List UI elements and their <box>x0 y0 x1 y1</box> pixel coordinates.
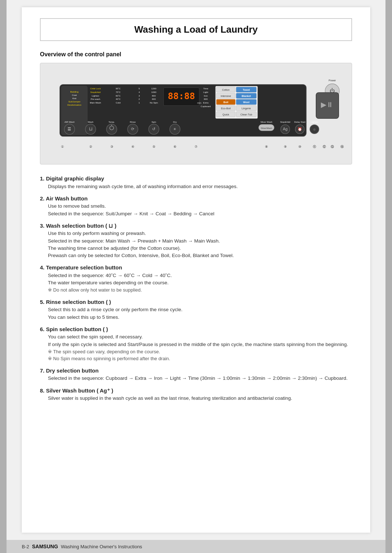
svg-text:Cold: Cold <box>116 101 121 104</box>
svg-text:Iron: Iron <box>204 94 208 97</box>
svg-text:600: 600 <box>204 98 208 100</box>
svg-text:95˚C: 95˚C <box>116 87 121 90</box>
svg-text:Blanket: Blanket <box>242 95 251 98</box>
list-item-6: 6. Spin selection button ( ) You can sel… <box>40 325 352 362</box>
list-item-7: 7. Dry selection button Selected in the … <box>40 367 352 382</box>
page-title: Washing a Load of Laundry <box>48 24 344 35</box>
svg-text:Lighten: Lighten <box>311 121 318 123</box>
svg-text:☰: ☰ <box>68 127 71 131</box>
svg-text:▶⏸: ▶⏸ <box>321 101 334 109</box>
svg-text:AIR Wash: AIR Wash <box>64 121 75 123</box>
svg-text:Suit/Jumper: Suit/Jumper <box>68 100 80 103</box>
svg-text:⑦: ⑦ <box>195 145 197 149</box>
svg-text:Deodorisation: Deodorisation <box>68 103 82 106</box>
svg-text:Pre wash: Pre wash <box>91 98 101 100</box>
svg-text:⑭: ⑭ <box>340 145 344 149</box>
svg-text:⑪: ⑪ <box>313 145 316 149</box>
list-item-8: 8. Silver Wash button ( Ag⁺ ) Silver wat… <box>40 387 352 402</box>
footer: B-2 SAMSUNG Washing Machine Owner's Inst… <box>0 540 392 553</box>
svg-text:⑬: ⑬ <box>331 145 334 149</box>
footer-brand: SAMSUNG <box>32 544 58 549</box>
svg-text:⑨: ⑨ <box>284 145 287 149</box>
svg-text:Delay Start: Delay Start <box>294 121 306 123</box>
footer-page-ref: B-2 <box>22 544 29 549</box>
svg-text:40˚C: 40˚C <box>116 98 121 100</box>
svg-text:⑩: ⑩ <box>298 145 301 149</box>
svg-text:Extra: Extra <box>203 101 209 104</box>
svg-text:⑧: ⑧ <box>265 145 268 149</box>
svg-text:Coat: Coat <box>72 94 77 96</box>
svg-text:②: ② <box>89 145 92 149</box>
svg-text:No Spin: No Spin <box>150 101 158 104</box>
svg-text:3: 3 <box>139 94 140 97</box>
svg-text:Spin: Spin <box>152 121 156 123</box>
svg-text:⊔: ⊔ <box>89 126 93 131</box>
instructions-list: 1. Digital graphic display Displays the … <box>40 175 352 402</box>
svg-text:2: 2 <box>139 98 140 100</box>
svg-text:Dry: Dry <box>173 121 177 123</box>
svg-text:Quick: Quick <box>222 113 229 116</box>
svg-text:Eco-Boil: Eco-Boil <box>221 107 231 110</box>
svg-text:↺: ↺ <box>152 127 155 131</box>
svg-text:⟳: ⟳ <box>131 127 134 131</box>
svg-text:④: ④ <box>131 145 134 149</box>
svg-text:Lighten: Lighten <box>92 94 99 97</box>
svg-text:Knit: Knit <box>72 97 76 99</box>
svg-text:Power: Power <box>328 79 336 82</box>
svg-text:Rinse: Rinse <box>130 121 136 123</box>
svg-text:Bedding: Bedding <box>70 90 78 93</box>
svg-text:Wool: Wool <box>243 101 249 104</box>
svg-text:75˚C: 75˚C <box>116 91 121 93</box>
svg-text:600: 600 <box>152 98 156 100</box>
svg-text:⑫: ⑫ <box>323 145 326 149</box>
svg-text:☼: ☼ <box>313 127 316 131</box>
svg-text:5: 5 <box>139 87 140 90</box>
control-panel-diagram: 88:88 min Bedding Coat Knit Suit/Jumper … <box>40 63 352 164</box>
svg-text:4: 4 <box>139 91 140 93</box>
svg-text:Lingerie: Lingerie <box>242 107 251 110</box>
list-item-5: 5. Rinse selection button ( ) Select thi… <box>40 298 352 321</box>
svg-text:1000: 1000 <box>151 91 156 93</box>
svg-text:Time: Time <box>203 87 208 90</box>
svg-text:SilverWash: SilverWash <box>261 127 272 129</box>
svg-text:Stop&Add: Stop&Add <box>280 121 291 123</box>
svg-text:1: 1 <box>139 101 140 104</box>
svg-text:Towel: Towel <box>243 89 250 92</box>
svg-text:Child Lock: Child Lock <box>90 87 101 90</box>
svg-text:③: ③ <box>110 145 113 149</box>
svg-text:Cupboard: Cupboard <box>201 105 211 107</box>
footer-description: Washing Machine Owner's Instructions <box>61 544 142 549</box>
sidebar-left <box>0 0 7 553</box>
overview-heading: Overview of the control panel <box>40 51 352 58</box>
svg-text:☀: ☀ <box>173 127 176 131</box>
title-box: Washing a Load of Laundry <box>40 18 352 41</box>
control-panel-section: Overview of the control panel 88:88 min … <box>40 51 352 164</box>
list-item-2: 2. Air Wash button Use to remove bad sme… <box>40 195 352 217</box>
svg-text:88:88: 88:88 <box>168 91 195 101</box>
svg-text:Main Wash: Main Wash <box>90 101 101 104</box>
list-item-3: 3. Wash selection button ( ⊔ ) Use this … <box>40 222 352 260</box>
svg-text:Temp.: Temp. <box>109 121 115 123</box>
svg-text:①: ① <box>61 145 64 149</box>
panel-svg: 88:88 min Bedding Coat Knit Suit/Jumper … <box>40 63 352 164</box>
svg-text:Wash: Wash <box>88 121 94 123</box>
svg-text:Boil: Boil <box>223 101 228 104</box>
svg-text:Intensive: Intensive <box>221 95 231 98</box>
svg-text:Stop&Add: Stop&Add <box>90 91 101 93</box>
svg-text:min: min <box>197 102 201 105</box>
page-content: Washing a Load of Laundry Overview of th… <box>22 7 370 533</box>
svg-text:Cotton: Cotton <box>222 89 230 92</box>
svg-text:60˚C: 60˚C <box>116 94 121 97</box>
list-item-4: 4. Temperature selection button Selected… <box>40 264 352 294</box>
list-item-1: 1. Digital graphic display Displays the … <box>40 175 352 190</box>
svg-text:1200: 1200 <box>151 87 156 90</box>
svg-text:⑥: ⑥ <box>173 145 176 149</box>
svg-text:Ag: Ag <box>283 127 287 131</box>
svg-text:Light: Light <box>203 91 208 93</box>
svg-text:⑤: ⑤ <box>152 145 155 149</box>
svg-text:800: 800 <box>152 94 156 97</box>
svg-text:Clean Tub: Clean Tub <box>240 113 252 116</box>
svg-text:Silver Wash: Silver Wash <box>260 121 273 123</box>
svg-text:⏰: ⏰ <box>298 127 302 131</box>
sidebar-right <box>385 0 392 553</box>
